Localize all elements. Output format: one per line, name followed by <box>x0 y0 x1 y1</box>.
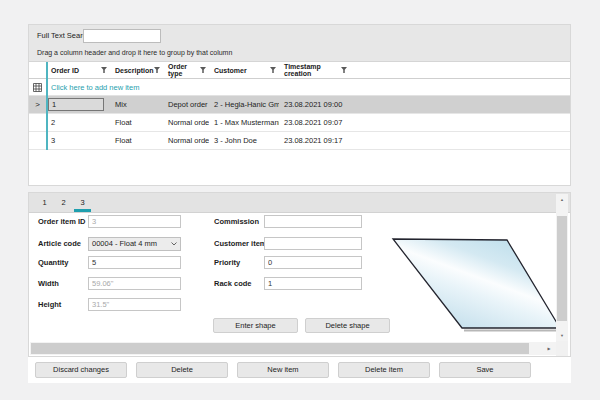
article-code-combobox[interactable]: 00004 - Float 4 mm <box>88 237 181 251</box>
horizontal-scrollbar-thumb[interactable] <box>31 343 529 354</box>
width-input[interactable] <box>88 277 181 290</box>
order-type-cell: Normal order <box>163 136 209 145</box>
order-item-detail-panel: 1 2 3 Order item ID Article code 00004 -… <box>28 192 571 357</box>
order-id-cell: 3 <box>46 136 110 145</box>
grid-accent-line <box>46 62 48 150</box>
width-label: Width <box>38 277 59 290</box>
tab-item-2[interactable]: 2 <box>54 193 73 212</box>
new-item-button[interactable]: New item <box>237 362 329 378</box>
order-item-id-label: Order item ID <box>38 215 86 228</box>
filter-icon[interactable] <box>101 67 107 73</box>
vertical-scrollbar-thumb[interactable] <box>557 216 567 321</box>
tab-item-3[interactable]: 3 <box>73 193 92 212</box>
scroll-down-icon[interactable]: ▼ <box>556 330 568 341</box>
add-new-item-row[interactable]: Click here to add new item <box>29 79 570 96</box>
filter-icon[interactable] <box>270 67 276 73</box>
chevron-down-icon <box>171 242 177 246</box>
column-header-customer[interactable]: Customer <box>209 62 279 78</box>
header-indicator-cell <box>29 62 46 78</box>
customer-item-label: Customer item <box>214 237 267 250</box>
timestamp-cell: 23.08.2021 09:00 <box>279 100 350 109</box>
article-code-label: Article code <box>38 237 81 250</box>
order-id-cell: 2 <box>46 118 110 127</box>
shape-preview <box>389 233 565 337</box>
description-cell: Float <box>110 118 163 127</box>
filter-icon[interactable] <box>341 67 347 73</box>
customer-cell: 1 - Max Mustermann <box>209 118 279 127</box>
quantity-label: Quantity <box>38 256 68 269</box>
add-new-item-label: Click here to add new item <box>46 83 139 92</box>
description-cell: Float <box>110 136 163 145</box>
orders-grid-panel: Full Text Search Drag a column header an… <box>28 24 571 186</box>
filter-icon[interactable] <box>200 67 206 73</box>
delete-button[interactable]: Delete <box>136 362 228 378</box>
item-tab-strip: 1 2 3 <box>29 193 570 213</box>
save-button[interactable]: Save <box>439 362 531 378</box>
vertical-scrollbar[interactable]: ▲ ▼ <box>556 194 568 341</box>
filter-icon[interactable] <box>154 67 160 73</box>
grid-header-row: Order ID Description Order type Customer… <box>29 62 570 79</box>
delete-item-button[interactable]: Delete item <box>338 362 430 378</box>
order-row-1[interactable]: > 1 Mix Depot order 2 - Hegla-Hanic GmbH… <box>29 96 570 114</box>
order-id-cell: 1 <box>46 98 110 111</box>
timestamp-cell: 23.08.2021 09:17 <box>279 136 350 145</box>
scroll-up-icon[interactable]: ▲ <box>556 194 568 205</box>
order-id-edit-cell[interactable]: 1 <box>48 98 104 111</box>
quantity-input[interactable] <box>88 256 181 269</box>
order-type-cell: Depot order <box>163 100 209 109</box>
delete-shape-button[interactable]: Delete shape <box>305 318 390 333</box>
column-header-timestamp-creation[interactable]: Timestamp creation <box>279 62 350 78</box>
commission-label: Commission <box>214 215 259 228</box>
timestamp-cell: 23.08.2021 09:07 <box>279 118 350 127</box>
height-label: Height <box>38 298 61 311</box>
scroll-right-icon[interactable]: ▶ <box>543 342 555 355</box>
article-code-value: 00004 - Float 4 mm <box>92 238 157 250</box>
new-row-grid-icon <box>29 83 46 92</box>
column-header-order-id[interactable]: Order ID <box>46 62 110 78</box>
discard-changes-button[interactable]: Discard changes <box>35 362 127 378</box>
customer-item-input[interactable] <box>264 237 362 250</box>
height-input[interactable] <box>88 298 181 311</box>
search-area: Full Text Search Drag a column header an… <box>29 25 570 62</box>
customer-cell: 2 - Hegla-Hanic GmbH <box>209 100 279 109</box>
tab-item-1[interactable]: 1 <box>35 193 54 212</box>
order-row-3[interactable]: 3 Float Normal order 3 - John Doe 23.08.… <box>29 132 570 150</box>
customer-cell: 3 - John Doe <box>209 136 279 145</box>
order-item-id-input[interactable] <box>88 215 181 228</box>
priority-input[interactable] <box>264 256 362 269</box>
enter-shape-button[interactable]: Enter shape <box>213 318 298 333</box>
horizontal-scrollbar[interactable]: ▶ <box>30 342 556 355</box>
commission-input[interactable] <box>264 215 362 228</box>
order-type-cell: Normal order <box>163 118 209 127</box>
rack-code-input[interactable] <box>264 277 362 290</box>
priority-label: Priority <box>214 256 240 269</box>
column-header-description[interactable]: Description <box>110 62 163 78</box>
footer-button-strip: Discard changes Delete New item Delete i… <box>28 357 571 383</box>
order-row-2[interactable]: 2 Float Normal order 1 - Max Mustermann … <box>29 114 570 132</box>
description-cell: Mix <box>110 100 163 109</box>
rack-code-label: Rack code <box>214 277 252 290</box>
full-text-search-input[interactable] <box>83 29 161 43</box>
scrollbar-corner <box>556 341 568 356</box>
column-header-order-type[interactable]: Order type <box>163 62 209 78</box>
header-filler <box>350 62 570 78</box>
current-row-indicator-icon: > <box>29 100 46 109</box>
group-by-drop-zone[interactable]: Drag a column header and drop it here to… <box>37 49 232 56</box>
